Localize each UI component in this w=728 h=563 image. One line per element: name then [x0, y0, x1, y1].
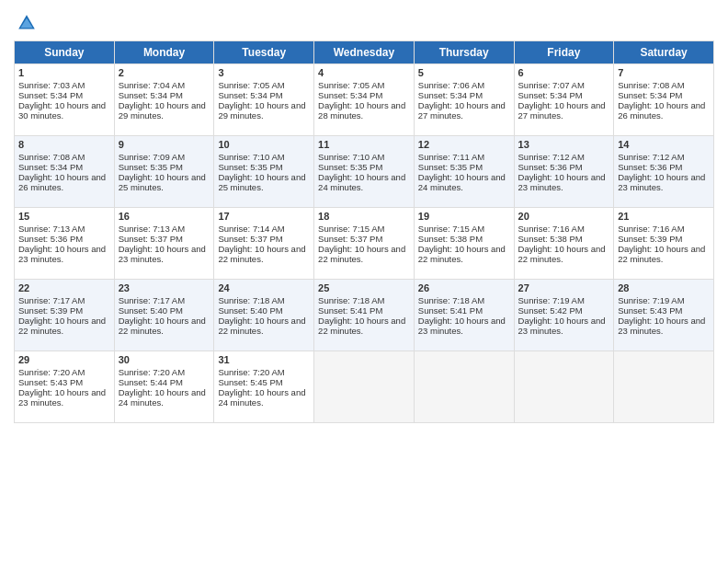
table-row: 30Sunrise: 7:20 AMSunset: 5:44 PMDayligh… [114, 351, 214, 423]
table-row: 25Sunrise: 7:18 AMSunset: 5:41 PMDayligh… [314, 280, 415, 351]
table-row: 1Sunrise: 7:03 AMSunset: 5:34 PMDaylight… [15, 64, 115, 136]
table-row: 6Sunrise: 7:07 AMSunset: 5:34 PMDaylight… [514, 64, 614, 136]
col-header-monday: Monday [114, 41, 214, 64]
table-row: 23Sunrise: 7:17 AMSunset: 5:40 PMDayligh… [114, 280, 214, 351]
table-row: 19Sunrise: 7:15 AMSunset: 5:38 PMDayligh… [414, 208, 514, 280]
table-row: 3Sunrise: 7:05 AMSunset: 5:34 PMDaylight… [214, 64, 314, 136]
table-row [414, 351, 514, 423]
calendar-table: SundayMondayTuesdayWednesdayThursdayFrid… [14, 40, 714, 423]
table-row: 2Sunrise: 7:04 AMSunset: 5:34 PMDaylight… [114, 64, 214, 136]
col-header-sunday: Sunday [15, 41, 115, 64]
table-row: 16Sunrise: 7:13 AMSunset: 5:37 PMDayligh… [114, 208, 214, 280]
col-header-saturday: Saturday [614, 41, 714, 64]
table-row [514, 351, 614, 423]
table-row: 31Sunrise: 7:20 AMSunset: 5:45 PMDayligh… [214, 351, 314, 423]
table-row: 17Sunrise: 7:14 AMSunset: 5:37 PMDayligh… [214, 208, 314, 280]
table-row: 15Sunrise: 7:13 AMSunset: 5:36 PMDayligh… [15, 208, 115, 280]
table-row: 7Sunrise: 7:08 AMSunset: 5:34 PMDaylight… [614, 64, 714, 136]
table-row: 9Sunrise: 7:09 AMSunset: 5:35 PMDaylight… [114, 136, 214, 208]
table-row: 18Sunrise: 7:15 AMSunset: 5:37 PMDayligh… [314, 208, 415, 280]
table-row: 12Sunrise: 7:11 AMSunset: 5:35 PMDayligh… [414, 136, 514, 208]
col-header-wednesday: Wednesday [314, 41, 415, 64]
table-row: 5Sunrise: 7:06 AMSunset: 5:34 PMDaylight… [414, 64, 514, 136]
col-header-thursday: Thursday [414, 41, 514, 64]
table-row [614, 351, 714, 423]
col-header-friday: Friday [514, 41, 614, 64]
table-row: 28Sunrise: 7:19 AMSunset: 5:43 PMDayligh… [614, 280, 714, 351]
table-row: 10Sunrise: 7:10 AMSunset: 5:35 PMDayligh… [214, 136, 314, 208]
table-row: 21Sunrise: 7:16 AMSunset: 5:39 PMDayligh… [614, 208, 714, 280]
table-row: 26Sunrise: 7:18 AMSunset: 5:41 PMDayligh… [414, 280, 514, 351]
table-row: 20Sunrise: 7:16 AMSunset: 5:38 PMDayligh… [514, 208, 614, 280]
col-header-tuesday: Tuesday [214, 41, 314, 64]
table-row: 14Sunrise: 7:12 AMSunset: 5:36 PMDayligh… [614, 136, 714, 208]
table-row: 11Sunrise: 7:10 AMSunset: 5:35 PMDayligh… [314, 136, 415, 208]
table-row: 13Sunrise: 7:12 AMSunset: 5:36 PMDayligh… [514, 136, 614, 208]
table-row: 22Sunrise: 7:17 AMSunset: 5:39 PMDayligh… [15, 280, 115, 351]
table-row: 24Sunrise: 7:18 AMSunset: 5:40 PMDayligh… [214, 280, 314, 351]
table-row: 8Sunrise: 7:08 AMSunset: 5:34 PMDaylight… [15, 136, 115, 208]
table-row: 4Sunrise: 7:05 AMSunset: 5:34 PMDaylight… [314, 64, 415, 136]
logo [14, 13, 37, 37]
table-row [314, 351, 415, 423]
table-row: 27Sunrise: 7:19 AMSunset: 5:42 PMDayligh… [514, 280, 614, 351]
table-row: 29Sunrise: 7:20 AMSunset: 5:43 PMDayligh… [15, 351, 115, 423]
